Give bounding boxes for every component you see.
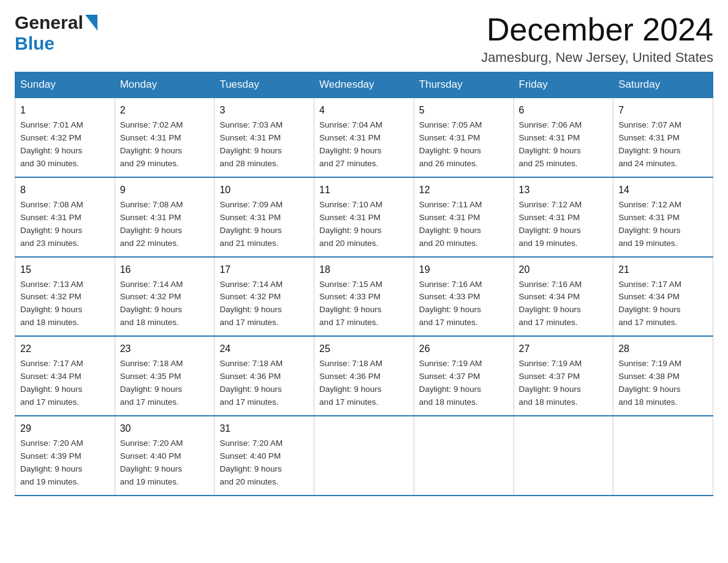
day-number: 29 (20, 421, 110, 436)
day-number: 17 (219, 262, 309, 277)
day-number: 28 (618, 342, 708, 356)
day-info: Sunrise: 7:03 AMSunset: 4:31 PMDaylight:… (219, 119, 309, 170)
calendar-cell: 21 Sunrise: 7:17 AMSunset: 4:34 PMDaylig… (613, 257, 713, 337)
calendar-week-row: 22 Sunrise: 7:17 AMSunset: 4:34 PMDaylig… (15, 336, 713, 416)
page: General Blue December 2024 Jamesburg, Ne… (0, 0, 728, 511)
day-number: 15 (20, 262, 110, 277)
calendar-cell: 23 Sunrise: 7:18 AMSunset: 4:35 PMDaylig… (115, 336, 214, 416)
day-info: Sunrise: 7:06 AMSunset: 4:31 PMDaylight:… (519, 119, 609, 170)
calendar-cell (414, 416, 514, 496)
day-info: Sunrise: 7:18 AMSunset: 4:35 PMDaylight:… (120, 358, 210, 409)
calendar-cell: 7 Sunrise: 7:07 AMSunset: 4:31 PMDayligh… (613, 98, 713, 177)
day-info: Sunrise: 7:10 AMSunset: 4:31 PMDaylight:… (319, 199, 409, 250)
calendar-cell: 26 Sunrise: 7:19 AMSunset: 4:37 PMDaylig… (414, 336, 514, 416)
calendar-cell: 8 Sunrise: 7:08 AMSunset: 4:31 PMDayligh… (15, 177, 115, 257)
calendar-cell: 13 Sunrise: 7:12 AMSunset: 4:31 PMDaylig… (514, 177, 613, 257)
title-block: December 2024 Jamesburg, New Jersey, Uni… (481, 12, 713, 66)
day-info: Sunrise: 7:19 AMSunset: 4:37 PMDaylight:… (519, 358, 609, 409)
day-info: Sunrise: 7:08 AMSunset: 4:31 PMDaylight:… (120, 199, 210, 250)
calendar-cell: 12 Sunrise: 7:11 AMSunset: 4:31 PMDaylig… (414, 177, 514, 257)
calendar-cell: 4 Sunrise: 7:04 AMSunset: 4:31 PMDayligh… (314, 98, 414, 177)
header: General Blue December 2024 Jamesburg, Ne… (15, 12, 713, 66)
day-number: 30 (120, 421, 210, 436)
day-info: Sunrise: 7:07 AMSunset: 4:31 PMDaylight:… (618, 119, 708, 170)
day-info: Sunrise: 7:12 AMSunset: 4:31 PMDaylight:… (519, 199, 609, 250)
day-number: 23 (120, 342, 210, 356)
calendar-cell: 30 Sunrise: 7:20 AMSunset: 4:40 PMDaylig… (115, 416, 214, 496)
logo: General Blue (15, 12, 97, 54)
calendar-table: SundayMondayTuesdayWednesdayThursdayFrid… (15, 72, 713, 496)
day-info: Sunrise: 7:16 AMSunset: 4:34 PMDaylight:… (519, 278, 609, 330)
day-info: Sunrise: 7:01 AMSunset: 4:32 PMDaylight:… (20, 119, 110, 170)
day-number: 3 (219, 103, 309, 118)
day-info: Sunrise: 7:18 AMSunset: 4:36 PMDaylight:… (319, 358, 409, 409)
calendar-header-row: SundayMondayTuesdayWednesdayThursdayFrid… (15, 72, 713, 98)
day-number: 8 (20, 183, 110, 197)
calendar-week-row: 1 Sunrise: 7:01 AMSunset: 4:32 PMDayligh… (15, 98, 713, 177)
calendar-cell: 5 Sunrise: 7:05 AMSunset: 4:31 PMDayligh… (414, 98, 514, 177)
day-number: 20 (519, 262, 609, 277)
calendar-cell: 15 Sunrise: 7:13 AMSunset: 4:32 PMDaylig… (15, 257, 115, 337)
calendar-cell: 28 Sunrise: 7:19 AMSunset: 4:38 PMDaylig… (613, 336, 713, 416)
day-number: 31 (219, 421, 309, 436)
calendar-header-thursday: Thursday (414, 72, 514, 98)
calendar-cell: 27 Sunrise: 7:19 AMSunset: 4:37 PMDaylig… (514, 336, 613, 416)
day-info: Sunrise: 7:20 AMSunset: 4:39 PMDaylight:… (20, 437, 110, 489)
day-info: Sunrise: 7:13 AMSunset: 4:32 PMDaylight:… (20, 278, 110, 330)
day-number: 19 (419, 262, 509, 277)
calendar-cell (314, 416, 414, 496)
calendar-cell: 2 Sunrise: 7:02 AMSunset: 4:31 PMDayligh… (115, 98, 214, 177)
day-number: 25 (319, 342, 409, 356)
calendar-cell: 31 Sunrise: 7:20 AMSunset: 4:40 PMDaylig… (214, 416, 314, 496)
day-info: Sunrise: 7:17 AMSunset: 4:34 PMDaylight:… (618, 278, 708, 330)
day-info: Sunrise: 7:18 AMSunset: 4:36 PMDaylight:… (219, 358, 309, 409)
day-number: 18 (319, 262, 409, 277)
logo-blue: Blue (15, 33, 55, 54)
day-info: Sunrise: 7:02 AMSunset: 4:31 PMDaylight:… (120, 119, 210, 170)
page-subtitle: Jamesburg, New Jersey, United States (481, 50, 713, 66)
calendar-header-sunday: Sunday (15, 72, 115, 98)
calendar-cell: 20 Sunrise: 7:16 AMSunset: 4:34 PMDaylig… (514, 257, 613, 337)
day-info: Sunrise: 7:16 AMSunset: 4:33 PMDaylight:… (419, 278, 509, 330)
calendar-cell: 25 Sunrise: 7:18 AMSunset: 4:36 PMDaylig… (314, 336, 414, 416)
calendar-cell: 11 Sunrise: 7:10 AMSunset: 4:31 PMDaylig… (314, 177, 414, 257)
calendar-cell: 22 Sunrise: 7:17 AMSunset: 4:34 PMDaylig… (15, 336, 115, 416)
day-info: Sunrise: 7:17 AMSunset: 4:34 PMDaylight:… (20, 358, 110, 409)
calendar-cell: 3 Sunrise: 7:03 AMSunset: 4:31 PMDayligh… (214, 98, 314, 177)
day-number: 6 (519, 103, 609, 118)
calendar-cell: 10 Sunrise: 7:09 AMSunset: 4:31 PMDaylig… (214, 177, 314, 257)
calendar-cell: 16 Sunrise: 7:14 AMSunset: 4:32 PMDaylig… (115, 257, 214, 337)
day-number: 22 (20, 342, 110, 356)
logo-general: General (15, 12, 83, 33)
calendar-header-tuesday: Tuesday (214, 72, 314, 98)
calendar-header-wednesday: Wednesday (314, 72, 414, 98)
day-number: 4 (319, 103, 409, 118)
day-info: Sunrise: 7:19 AMSunset: 4:38 PMDaylight:… (618, 358, 708, 409)
day-info: Sunrise: 7:14 AMSunset: 4:32 PMDaylight:… (219, 278, 309, 330)
calendar-cell: 19 Sunrise: 7:16 AMSunset: 4:33 PMDaylig… (414, 257, 514, 337)
day-number: 16 (120, 262, 210, 277)
day-info: Sunrise: 7:12 AMSunset: 4:31 PMDaylight:… (618, 199, 708, 250)
day-number: 5 (419, 103, 509, 118)
calendar-week-row: 15 Sunrise: 7:13 AMSunset: 4:32 PMDaylig… (15, 257, 713, 337)
logo-arrow-icon (84, 15, 97, 31)
day-number: 13 (519, 183, 609, 197)
calendar-cell: 24 Sunrise: 7:18 AMSunset: 4:36 PMDaylig… (214, 336, 314, 416)
svg-marker-0 (85, 15, 97, 31)
calendar-cell: 14 Sunrise: 7:12 AMSunset: 4:31 PMDaylig… (613, 177, 713, 257)
day-number: 2 (120, 103, 210, 118)
calendar-cell (514, 416, 613, 496)
day-info: Sunrise: 7:14 AMSunset: 4:32 PMDaylight:… (120, 278, 210, 330)
day-info: Sunrise: 7:20 AMSunset: 4:40 PMDaylight:… (120, 437, 210, 489)
day-info: Sunrise: 7:08 AMSunset: 4:31 PMDaylight:… (20, 199, 110, 250)
day-info: Sunrise: 7:15 AMSunset: 4:33 PMDaylight:… (319, 278, 409, 330)
calendar-header-monday: Monday (115, 72, 214, 98)
calendar-week-row: 29 Sunrise: 7:20 AMSunset: 4:39 PMDaylig… (15, 416, 713, 496)
day-info: Sunrise: 7:19 AMSunset: 4:37 PMDaylight:… (419, 358, 509, 409)
calendar-cell: 18 Sunrise: 7:15 AMSunset: 4:33 PMDaylig… (314, 257, 414, 337)
day-info: Sunrise: 7:11 AMSunset: 4:31 PMDaylight:… (419, 199, 509, 250)
day-number: 11 (319, 183, 409, 197)
calendar-cell: 1 Sunrise: 7:01 AMSunset: 4:32 PMDayligh… (15, 98, 115, 177)
day-number: 10 (219, 183, 309, 197)
day-number: 27 (519, 342, 609, 356)
